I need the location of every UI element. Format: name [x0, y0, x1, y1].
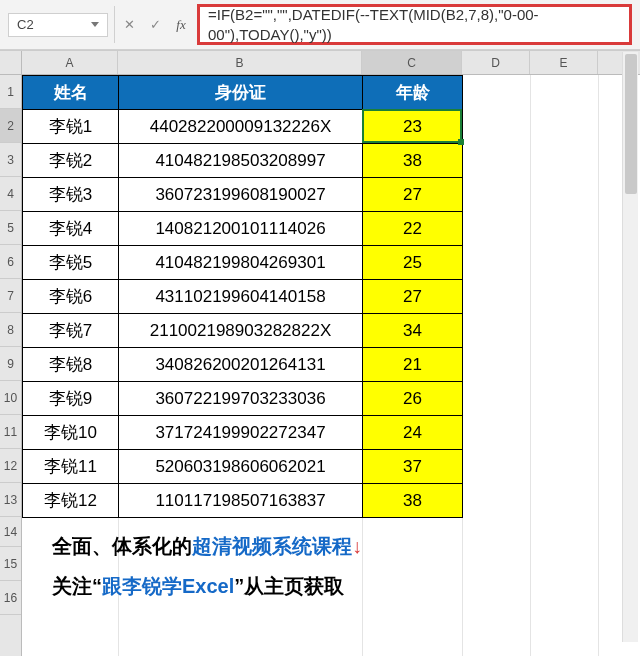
th-name[interactable]: 姓名	[23, 76, 119, 110]
row-header[interactable]: 5	[0, 211, 21, 245]
chevron-down-icon	[91, 22, 99, 27]
cell-age[interactable]: 27	[363, 178, 463, 212]
formula-buttons: ✕ ✓ fx	[117, 13, 193, 37]
table-row: 李锐541048219980426930125	[23, 246, 463, 280]
row-header[interactable]: 15	[0, 547, 21, 581]
table-row: 李锐1211011719850716383738	[23, 484, 463, 518]
col-header[interactable]: A	[22, 51, 118, 74]
row-header[interactable]: 2	[0, 109, 21, 143]
cell-age[interactable]: 38	[363, 144, 463, 178]
cell-age[interactable]: 23	[363, 110, 463, 144]
column-headers: A B C D E	[22, 51, 640, 75]
cell-id[interactable]: 431102199604140158	[119, 280, 363, 314]
fx-icon[interactable]: fx	[169, 13, 193, 37]
separator	[114, 6, 115, 43]
cell-name[interactable]: 李锐12	[23, 484, 119, 518]
row-header[interactable]: 16	[0, 581, 21, 615]
cell-age[interactable]: 24	[363, 416, 463, 450]
table-row: 李锐7211002198903282822X34	[23, 314, 463, 348]
col-header[interactable]: E	[530, 51, 598, 74]
cell-id[interactable]: 110117198507163837	[119, 484, 363, 518]
data-table: 姓名 身份证 年龄 李锐1440282200009132226X23 李锐241…	[22, 75, 463, 518]
table-row: 李锐834082620020126413121	[23, 348, 463, 382]
cell-id[interactable]: 140821200101114026	[119, 212, 363, 246]
cell-id[interactable]: 360723199608190027	[119, 178, 363, 212]
promo-line1: 全面、体系化的超清视频系统课程↓	[52, 526, 640, 566]
row-headers: 1 2 3 4 5 6 7 8 9 10 11 12 13 14 15 16	[0, 51, 22, 656]
cell-name[interactable]: 李锐8	[23, 348, 119, 382]
cell-age[interactable]: 37	[363, 450, 463, 484]
cell-name[interactable]: 李锐2	[23, 144, 119, 178]
th-id[interactable]: 身份证	[119, 76, 363, 110]
table-row: 李锐936072219970323303626	[23, 382, 463, 416]
enter-icon[interactable]: ✓	[143, 13, 167, 37]
cell-name[interactable]: 李锐7	[23, 314, 119, 348]
cell-name[interactable]: 李锐4	[23, 212, 119, 246]
table-row: 李锐336072319960819002727	[23, 178, 463, 212]
th-age[interactable]: 年龄	[363, 76, 463, 110]
name-box-value: C2	[17, 17, 34, 32]
cell-name[interactable]: 李锐10	[23, 416, 119, 450]
row-header[interactable]: 6	[0, 245, 21, 279]
cell-id[interactable]: 410482198503208997	[119, 144, 363, 178]
select-all-corner[interactable]	[0, 51, 21, 75]
table-row: 李锐1152060319860606202137	[23, 450, 463, 484]
row-header[interactable]: 4	[0, 177, 21, 211]
table-row: 李锐1440282200009132226X23	[23, 110, 463, 144]
scrollbar-thumb[interactable]	[625, 54, 637, 194]
table-row: 李锐643110219960414015827	[23, 280, 463, 314]
promo-line2: 关注“跟李锐学Excel”从主页获取	[52, 566, 640, 606]
table-row: 李锐1037172419990227234724	[23, 416, 463, 450]
cell-id[interactable]: 440282200009132226X	[119, 110, 363, 144]
cell-name[interactable]: 李锐9	[23, 382, 119, 416]
cell-age[interactable]: 26	[363, 382, 463, 416]
formula-bar-area: C2 ✕ ✓ fx =IF(B2="","",DATEDIF(--TEXT(MI…	[0, 0, 640, 50]
row-header[interactable]: 3	[0, 143, 21, 177]
sheet-area: 1 2 3 4 5 6 7 8 9 10 11 12 13 14 15 16 A…	[0, 50, 640, 656]
cell-age[interactable]: 27	[363, 280, 463, 314]
formula-text: =IF(B2="","",DATEDIF(--TEXT(MID(B2,7,8),…	[208, 5, 621, 44]
cell-name[interactable]: 李锐1	[23, 110, 119, 144]
cell-id[interactable]: 340826200201264131	[119, 348, 363, 382]
cell-id[interactable]: 211002198903282822X	[119, 314, 363, 348]
cell-age[interactable]: 34	[363, 314, 463, 348]
cell-age[interactable]: 25	[363, 246, 463, 280]
cell-age[interactable]: 22	[363, 212, 463, 246]
promo-text: 全面、体系化的超清视频系统课程↓ 关注“跟李锐学Excel”从主页获取	[52, 526, 640, 606]
row-header[interactable]: 11	[0, 415, 21, 449]
cell-name[interactable]: 李锐5	[23, 246, 119, 280]
row-header[interactable]: 8	[0, 313, 21, 347]
cell-id[interactable]: 360722199703233036	[119, 382, 363, 416]
cell-name[interactable]: 李锐11	[23, 450, 119, 484]
cell-id[interactable]: 410482199804269301	[119, 246, 363, 280]
row-header[interactable]: 9	[0, 347, 21, 381]
cell-age[interactable]: 38	[363, 484, 463, 518]
cell-id[interactable]: 520603198606062021	[119, 450, 363, 484]
col-header[interactable]: D	[462, 51, 530, 74]
formula-input[interactable]: =IF(B2="","",DATEDIF(--TEXT(MID(B2,7,8),…	[197, 4, 632, 45]
row-header[interactable]: 14	[0, 517, 21, 547]
row-header[interactable]: 10	[0, 381, 21, 415]
cell-name[interactable]: 李锐6	[23, 280, 119, 314]
table-row: 李锐414082120010111402622	[23, 212, 463, 246]
vertical-scrollbar[interactable]	[622, 52, 638, 642]
cancel-icon[interactable]: ✕	[117, 13, 141, 37]
cell-age[interactable]: 21	[363, 348, 463, 382]
col-header[interactable]: C	[362, 51, 462, 74]
name-box[interactable]: C2	[8, 13, 108, 37]
table-row: 李锐241048219850320899738	[23, 144, 463, 178]
cell-name[interactable]: 李锐3	[23, 178, 119, 212]
row-header[interactable]: 7	[0, 279, 21, 313]
row-header[interactable]: 12	[0, 449, 21, 483]
col-header[interactable]: B	[118, 51, 362, 74]
row-header[interactable]: 1	[0, 75, 21, 109]
cell-id[interactable]: 371724199902272347	[119, 416, 363, 450]
row-header[interactable]: 13	[0, 483, 21, 517]
table-wrap: 姓名 身份证 年龄 李锐1440282200009132226X23 李锐241…	[22, 75, 640, 606]
grid[interactable]: A B C D E 姓名 身份证 年龄	[22, 51, 640, 656]
